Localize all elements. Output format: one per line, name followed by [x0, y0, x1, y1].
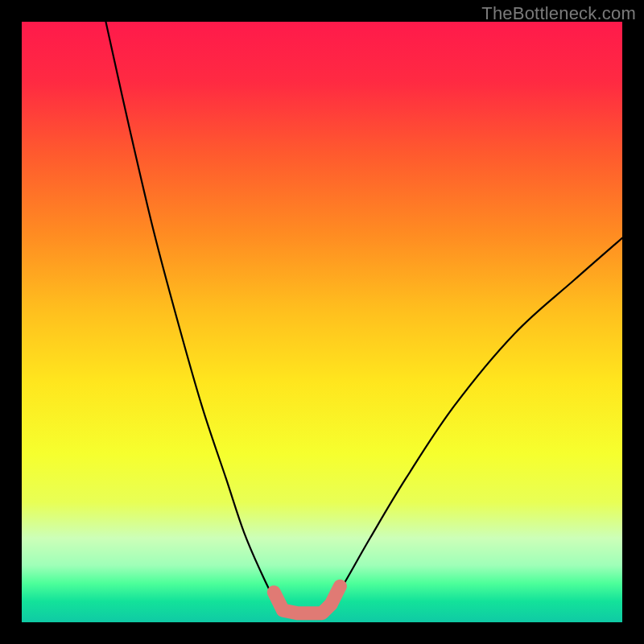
- watermark-text: TheBottleneck.com: [481, 3, 636, 24]
- chart-frame: TheBottleneck.com: [0, 0, 644, 644]
- plot-background: [22, 22, 622, 622]
- bottleneck-chart: [0, 0, 644, 644]
